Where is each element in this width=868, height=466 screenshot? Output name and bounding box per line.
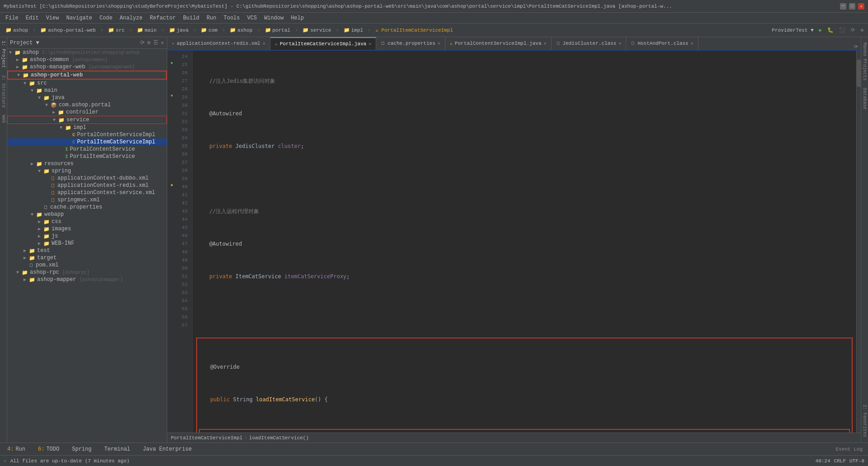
tree-item-js[interactable]: ▶ 📁 js [7, 233, 167, 240]
menu-file[interactable]: File [2, 14, 22, 22]
tree-item-portal-content-service[interactable]: I PortalContentService [7, 146, 167, 153]
tree-item-portal-web[interactable]: ▼ 📁 ashop-portal-web [7, 71, 167, 80]
bottom-tab-todo[interactable]: 6: TODO [33, 445, 64, 453]
sidebar-gear-icon[interactable]: ⚙ [147, 39, 151, 46]
tree-item-resources[interactable]: ▶ 📁 resources [7, 160, 167, 167]
tab-close-redis[interactable]: ✕ [263, 41, 265, 46]
left-tab-project[interactable]: 1: Project [0, 37, 7, 71]
tree-item-cache-props[interactable]: 🗋 cache.properties [7, 204, 167, 211]
tree-item-css[interactable]: ▶ 📁 css [7, 218, 167, 225]
toolbar-java[interactable]: 📁 java [166, 26, 191, 34]
tab-cache-props[interactable]: 🗋 cache.properties ✕ [376, 37, 445, 50]
tab-close-props[interactable]: ✕ [438, 41, 440, 46]
tab-redis-xml[interactable]: ✦ applicationContext-redis.xml ✕ [167, 37, 270, 50]
right-tab-database[interactable]: Database [861, 84, 868, 113]
event-log-button[interactable]: Event Log [833, 447, 865, 452]
menu-analyze[interactable]: Analyze [116, 14, 146, 22]
tab-close-jedis[interactable]: ✕ [618, 41, 621, 46]
code-text: //注入Jedis集群访问对象 @Autowired private Jedis… [193, 52, 856, 433]
tree-item-ashop-manager[interactable]: ▶ 📁 ashop-manager-web [ashopmanagerweb] [7, 63, 167, 71]
tree-item-portal-content-impl[interactable]: C PortalContentServiceImpl [7, 131, 167, 138]
tree-item-webinf[interactable]: ▶ 📁 WEB-INF [7, 240, 167, 247]
tab-close-itemcat[interactable]: ✕ [368, 41, 371, 47]
tab-hostandport-class[interactable]: 🗋 HostAndPort.class ✕ [626, 37, 698, 50]
toolbar-classname[interactable]: ☕ PortalItemCatServiceImpl [373, 26, 456, 34]
toolbar-impl[interactable]: 📁 impl [341, 26, 366, 34]
status-line-ending[interactable]: CRLF [834, 458, 846, 464]
ln-39: 39 [176, 175, 190, 183]
minimize-button[interactable]: ─ [840, 3, 846, 10]
sidebar-settings-icon[interactable]: ☰ [153, 39, 158, 46]
tree-item-ashop-root[interactable]: ▼ 📁 ashop C:\githubRepositories\shopping… [7, 49, 167, 56]
tree-item-ashop-mapper[interactable]: ▶ 📁 ashop-mapper [ashoprpcmapper] [7, 276, 167, 283]
menu-run[interactable]: Run [203, 14, 220, 22]
menu-window[interactable]: Window [260, 14, 287, 22]
tree-item-dubbo-xml[interactable]: 🗋 applicationContext-dubbo.xml [7, 175, 167, 182]
code-content-area[interactable]: //注入Jedis集群访问对象 @Autowired private Jedis… [193, 51, 856, 433]
menu-navigate[interactable]: Navigate [62, 14, 96, 22]
menu-build[interactable]: Build [179, 14, 203, 22]
breadcrumb-method[interactable]: loadItemCatService() [249, 435, 309, 441]
toolbar-portal[interactable]: 📁 portal [262, 26, 293, 34]
tree-item-pom[interactable]: 🗋 pom.xml [7, 262, 167, 269]
tab-portal-content[interactable]: ☕ PortalContentServiceImpl.java ✕ [445, 37, 552, 50]
toolbar-ashop[interactable]: 📁 ashop [3, 26, 31, 34]
menu-view[interactable]: View [42, 14, 63, 22]
tree-item-java[interactable]: ▼ 📁 java [7, 94, 167, 101]
tree-item-webapp[interactable]: ▼ 📁 webapp [7, 211, 167, 218]
tree-item-target[interactable]: ▶ 📁 target [7, 254, 167, 262]
tree-item-package[interactable]: ▼ 📦 com.ashop.portal [7, 101, 167, 109]
tree-item-service-xml[interactable]: 🗋 applicationContext-service.xml [7, 189, 167, 196]
status-position[interactable]: 40:24 [816, 458, 830, 464]
toolbar-main[interactable]: 📁 main [134, 26, 159, 34]
tree-item-ashop-common[interactable]: ▶ 📁 ashop-common [ashopcommon] [7, 56, 167, 63]
recent-files-button[interactable]: ⟳ [851, 44, 861, 50]
right-tab-maven[interactable]: Maven Projects [861, 39, 868, 84]
tree-item-impl[interactable]: ▼ 📁 impl [7, 124, 167, 131]
tree-item-portal-itemcat-service[interactable]: I PortalItemCatService [7, 153, 167, 160]
editor-scrollbar[interactable] [856, 51, 861, 433]
tree-item-spring[interactable]: ▼ 📁 spring [7, 167, 167, 175]
toolbar-com[interactable]: 📁 com [198, 26, 220, 34]
status-encoding[interactable]: UTF-8 [849, 458, 864, 464]
close-button[interactable]: ✕ [858, 3, 864, 10]
tree-item-controller[interactable]: ▶ 📁 controller [7, 109, 167, 116]
left-tab-structure[interactable]: 2: Structure [0, 71, 7, 111]
scrollbar-thumb[interactable] [857, 60, 861, 87]
tree-item-portal-itemcat-impl[interactable]: C PortalItemCatServiceImpl [7, 138, 167, 146]
tab-portal-itemcat[interactable]: ☕ PortalItemCatServiceImpl.java ✕ [270, 37, 377, 50]
window-controls: ─ □ ✕ [840, 3, 864, 10]
sidebar-close-icon[interactable]: ✕ [161, 39, 164, 46]
tree-item-ashop-rpc[interactable]: ▼ 📁 ashop-rpc [ashoprpc] [7, 269, 167, 276]
menu-help[interactable]: Help [287, 14, 307, 22]
tree-item-main[interactable]: ▼ 📁 main [7, 87, 167, 94]
menu-edit[interactable]: Edit [22, 14, 42, 22]
bottom-tab-java-enterprise[interactable]: Java Enterprise [138, 445, 196, 453]
breadcrumb-class[interactable]: PortalItemCatServiceImpl [171, 435, 242, 441]
tree-item-springmvc-xml[interactable]: 🗋 springmvc.xml [7, 196, 167, 204]
menu-vcs[interactable]: VCS [244, 14, 261, 22]
left-tab-web[interactable]: Web [0, 111, 7, 127]
bottom-tab-spring[interactable]: Spring [67, 445, 96, 453]
ln-33: 33 [176, 126, 190, 134]
tree-item-service[interactable]: ▼ 📁 service [7, 116, 167, 124]
tree-item-images[interactable]: ▶ 📁 images [7, 225, 167, 233]
toolbar-service[interactable]: 📁 service [300, 26, 334, 34]
toolbar-ashop2[interactable]: 📁 ashop [227, 26, 255, 34]
tree-item-src[interactable]: ▼ 📁 src [7, 80, 167, 87]
bottom-tab-terminal[interactable]: Terminal [99, 445, 135, 453]
tree-item-redis-xml[interactable]: 🗋 applicationContext-redis.xml [7, 182, 167, 189]
menu-tools[interactable]: Tools [220, 14, 244, 22]
tab-jedis-class[interactable]: 🗋 JedisCluster.class ✕ [552, 37, 627, 50]
tab-close-content[interactable]: ✕ [544, 41, 547, 46]
toolbar-portal-web[interactable]: 📁 ashop-portal-web [38, 26, 99, 34]
toolbar-src[interactable]: 📁 src [105, 26, 127, 34]
tab-close-host[interactable]: ✕ [691, 41, 693, 46]
bottom-tab-run[interactable]: 4: Run [3, 445, 30, 453]
right-tab-favorites[interactable]: 2: Favorites [861, 401, 868, 441]
menu-code[interactable]: Code [96, 14, 116, 22]
menu-refactor[interactable]: Refactor [146, 14, 179, 22]
tree-item-test[interactable]: ▶ 📁 test [7, 247, 167, 254]
maximize-button[interactable]: □ [849, 3, 855, 10]
sidebar-sync-icon[interactable]: ⟳ [140, 39, 145, 46]
